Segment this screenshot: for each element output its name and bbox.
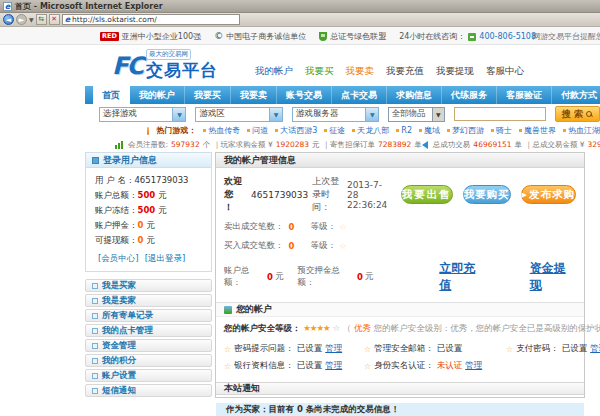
- square-icon: [92, 298, 98, 304]
- manage-link[interactable]: 管理: [590, 343, 600, 355]
- sidebar-item-seller[interactable]: 我是卖家: [85, 294, 212, 307]
- chevron-down-icon: ▼: [172, 108, 185, 121]
- game-link[interactable]: 魔域: [419, 125, 440, 136]
- star-icon: ☆: [364, 345, 371, 354]
- chevron-down-icon: ▼: [432, 108, 444, 121]
- security-item-pay-password: ☆ 支付密码：已设置 管理: [506, 343, 600, 355]
- account-section-title: 您的帐户: [236, 303, 272, 316]
- forward-icon[interactable]: ►: [16, 14, 27, 25]
- game-link[interactable]: R2: [396, 126, 412, 135]
- welcome-label: 欢迎您 ！: [224, 175, 243, 214]
- history-dropdown-icon[interactable]: ▼: [29, 16, 34, 23]
- manage-link[interactable]: 管理: [325, 360, 342, 372]
- buy-button[interactable]: 我要购买: [463, 185, 511, 204]
- sidebar-item-buyer[interactable]: 我是买家: [85, 279, 212, 292]
- game-link[interactable]: 天龙八部: [352, 125, 389, 136]
- manage-link[interactable]: 管理: [465, 360, 482, 372]
- sidebar-item-funds[interactable]: 资金管理: [85, 339, 212, 352]
- sidebar-item-points[interactable]: 我的积分: [85, 354, 212, 367]
- back-icon[interactable]: ◄: [3, 14, 14, 25]
- badge-asia-top100: RED 亚洲中小型企业100强: [100, 31, 201, 42]
- grade-star-icon: ☆: [339, 241, 347, 251]
- header-quick-links: 我的帐户 我要买 我要卖 我要充值 我要提现 客服中心: [255, 65, 524, 78]
- sidebar-item-card-management[interactable]: 我的点卡管理: [85, 324, 212, 337]
- tab-my-account[interactable]: 我的帐户: [130, 86, 185, 104]
- stats-right: 总成功交易46969151单 ｜总成交易金额 ¥32963598元: [422, 140, 600, 150]
- zone-select[interactable]: 游戏区 ▼: [195, 107, 282, 122]
- security-grade: 优秀: [354, 323, 371, 333]
- grade-star-icon: ☆: [339, 222, 347, 232]
- account-icon: [224, 306, 232, 314]
- game-link[interactable]: 热血江湖: [563, 125, 600, 136]
- balance-row: 账户总额：500 元: [95, 188, 211, 203]
- tab-payment[interactable]: 付款方式: [552, 86, 600, 104]
- member-center-link[interactable]: [会员中心]: [98, 253, 139, 265]
- tab-home[interactable]: 首页: [93, 86, 130, 104]
- search-input[interactable]: [454, 107, 546, 121]
- server-select[interactable]: 游戏服务器 ▼: [292, 107, 379, 122]
- star-icon: ☆: [224, 362, 231, 371]
- deposit-value: 0: [138, 220, 144, 230]
- game-link[interactable]: 骑士: [491, 125, 512, 136]
- star-rating-full-icons: ★★★★: [303, 323, 329, 333]
- window-title: 首页 - Microsoft Internet Explorer: [15, 1, 163, 12]
- security-item-bank-info: ☆ 银行资料信息：已设置 管理: [224, 360, 342, 372]
- item-type-select[interactable]: 全部物品 ▼: [388, 107, 444, 122]
- square-icon: [92, 358, 98, 364]
- logout-link[interactable]: [退出登录]: [145, 253, 186, 265]
- manage-link[interactable]: 管理: [325, 343, 342, 355]
- sidebar-item-consign-records[interactable]: 所有寄单记录: [85, 309, 212, 322]
- post-wanted-button[interactable]: ▶发布求购: [521, 185, 576, 204]
- withdraw-link[interactable]: 资金提现: [530, 260, 576, 294]
- login-time-value: 2013-7-28 22:36:24: [347, 180, 391, 210]
- sidebar-item-account-settings[interactable]: 账户设置: [85, 369, 212, 382]
- hot-badge-icon: [147, 127, 149, 135]
- browser-window: e 首页 - Microsoft Internet Explorer ◄ ► ▼…: [0, 0, 600, 416]
- game-link[interactable]: 问道: [247, 125, 268, 136]
- welcome-section: 欢迎您 ！ 4651739033 上次登录时间： 2013-7-28 22:36…: [216, 168, 584, 294]
- quick-link-recharge[interactable]: 我要充值: [386, 65, 424, 78]
- bought-count: 0: [289, 241, 295, 251]
- top-info-strip: RED 亚洲中小型企业100强 © 中国电子商务诚信单位 总证号绿色联盟 24小…: [0, 27, 600, 45]
- tab-service-verify[interactable]: 客服验证: [497, 86, 552, 104]
- sell-button[interactable]: 我要出售: [401, 185, 453, 204]
- search-button[interactable]: 搜 索: [555, 106, 600, 122]
- quick-link-service[interactable]: 客服中心: [486, 65, 524, 78]
- tab-buy[interactable]: 我要买: [185, 86, 231, 104]
- tab-sell[interactable]: 我要卖: [231, 86, 277, 104]
- quick-link-my-account[interactable]: 我的帐户: [255, 65, 293, 78]
- tab-wanted[interactable]: 求购信息: [387, 86, 442, 104]
- sidebar-item-sms-notice[interactable]: 短信通知: [85, 384, 212, 397]
- login-time-label: 上次登录时间：: [312, 175, 343, 214]
- game-select[interactable]: 选择游戏 ▼: [99, 107, 186, 122]
- total-trades: 46969151: [473, 140, 511, 149]
- quick-link-buy[interactable]: 我要买: [305, 65, 334, 78]
- refresh-icon[interactable]: ⇆: [36, 14, 47, 25]
- url-page-icon: e: [65, 16, 70, 24]
- hotline-number[interactable]: 400-806-5108: [479, 32, 536, 41]
- game-link[interactable]: 大话西游3: [275, 125, 317, 136]
- site-notice-header: 本站通知: [216, 382, 584, 395]
- quick-link-sell[interactable]: 我要卖: [346, 65, 375, 78]
- security-item-identity-verify: ☆ 身份实名认证：未认证 管理: [364, 360, 482, 372]
- address-field[interactable]: e http://sls.oktarist.com/: [62, 14, 240, 25]
- site-logo[interactable]: FC 最大的交易网 交易平台: [112, 49, 218, 79]
- stop-icon[interactable]: ✕: [49, 14, 60, 25]
- game-link[interactable]: 征途: [324, 125, 345, 136]
- frozen-row: 账户冻结：500 元: [95, 203, 211, 218]
- game-link[interactable]: 梦幻西游: [447, 125, 484, 136]
- tab-card-trade[interactable]: 点卡交易: [332, 86, 387, 104]
- account-panel: 我的帐户管理信息 欢迎您 ！ 4651739033 上次登录时间： 2013-7…: [215, 152, 585, 398]
- square-icon: [92, 313, 98, 319]
- tab-powerleveling[interactable]: 代练服务: [442, 86, 497, 104]
- tab-account-trade[interactable]: 账号交易: [277, 86, 332, 104]
- security-description: 您的帐户安全级别：优秀，您的帐户安全已是高级别的保护状态。）: [374, 323, 600, 333]
- security-item-password-question: ☆ 密码提示问题：已设置 管理: [224, 343, 342, 355]
- header: FC 最大的交易网 交易平台 我的帐户 我要买 我要卖 我要充值 我要提现 客服…: [0, 45, 600, 86]
- quick-link-withdraw[interactable]: 我要提现: [436, 65, 474, 78]
- recharge-link[interactable]: 立即充值: [439, 260, 485, 294]
- game-link[interactable]: 热血传奇: [203, 125, 240, 136]
- badge-ecommerce-integrity: © 中国电子商务诚信单位: [214, 31, 306, 42]
- game-link[interactable]: 魔兽世界: [519, 125, 556, 136]
- address-bar: ◄ ► ▼ ⇆ ✕ e http://sls.oktarist.com/: [0, 13, 600, 27]
